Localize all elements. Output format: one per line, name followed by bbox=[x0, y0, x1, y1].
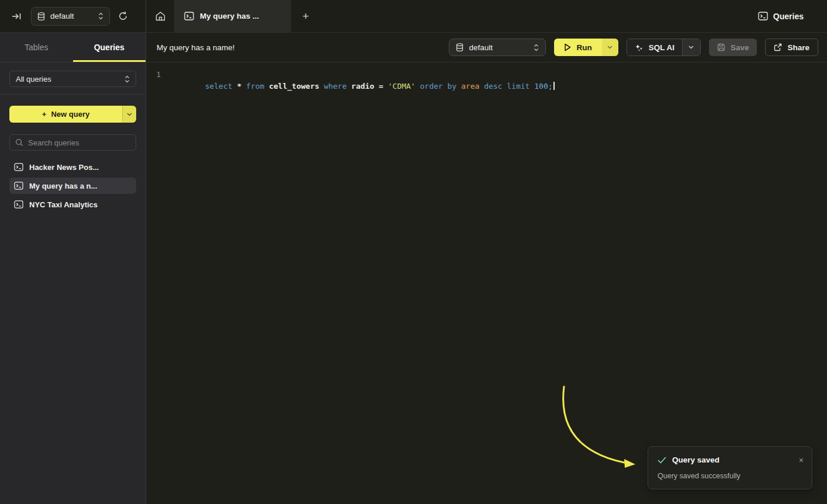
page-title: My query has a name! bbox=[157, 43, 235, 52]
toolbar-database-selector[interactable]: default bbox=[449, 39, 546, 56]
run-button-group: Run bbox=[554, 39, 618, 56]
search-icon bbox=[15, 138, 23, 147]
home-button[interactable] bbox=[146, 0, 174, 32]
sql-token: 'CDMA' bbox=[388, 82, 420, 91]
sidebar-divider bbox=[0, 94, 146, 95]
save-button-label: Save bbox=[731, 43, 749, 52]
run-button-label: Run bbox=[576, 43, 591, 52]
query-filter-value: All queries bbox=[16, 75, 124, 84]
query-terminal-icon bbox=[184, 12, 194, 20]
sidebar: Tables Queries All queries + New query bbox=[0, 33, 146, 504]
share-export-icon bbox=[774, 43, 782, 51]
home-icon bbox=[155, 12, 165, 21]
code-line-content: select * from cell_towers where radio = … bbox=[205, 82, 553, 91]
sparkles-icon bbox=[635, 43, 643, 52]
search-queries-box[interactable] bbox=[9, 134, 136, 151]
toast-query-saved: Query saved × Query saved successfully bbox=[648, 446, 812, 489]
query-list: Hacker News Pos... My query has a n... bbox=[9, 159, 136, 213]
sql-token: = bbox=[379, 82, 388, 91]
sidebar-tabs: Tables Queries bbox=[0, 33, 146, 62]
line-number: 1 bbox=[146, 69, 168, 81]
new-tab-button[interactable]: + bbox=[291, 0, 320, 32]
database-icon bbox=[456, 43, 463, 51]
sql-token: cell_towers bbox=[269, 82, 324, 91]
tab-label: My query has ... bbox=[200, 12, 259, 20]
search-queries-input[interactable] bbox=[28, 138, 130, 147]
sql-token: limit bbox=[507, 82, 534, 91]
play-icon bbox=[564, 43, 571, 51]
sql-token: order bbox=[420, 82, 448, 91]
run-options-dropdown[interactable] bbox=[602, 39, 618, 56]
sql-token: desc bbox=[484, 82, 507, 91]
top-bar-left: default bbox=[0, 0, 146, 32]
new-query-button[interactable]: + New query bbox=[9, 106, 136, 123]
text-cursor bbox=[553, 82, 555, 90]
chevron-down-icon bbox=[607, 46, 613, 49]
chevron-updown-icon bbox=[98, 12, 103, 20]
query-header: My query has a name! default bbox=[146, 33, 827, 62]
queries-indicator[interactable]: Queries bbox=[758, 0, 827, 32]
sql-ai-label: SQL AI bbox=[649, 43, 674, 52]
new-query-label: New query bbox=[51, 110, 89, 119]
sql-token: from bbox=[246, 82, 269, 91]
query-filter-select[interactable]: All queries bbox=[9, 71, 136, 87]
toolbar: default Run bbox=[449, 39, 818, 56]
queries-terminal-icon bbox=[758, 12, 768, 20]
query-terminal-icon bbox=[14, 163, 23, 171]
sql-ai-button-group: SQL AI bbox=[627, 39, 701, 56]
refresh-icon[interactable] bbox=[118, 11, 128, 21]
tab-queries-label: Queries bbox=[94, 43, 124, 52]
check-icon bbox=[658, 457, 666, 464]
database-icon bbox=[37, 12, 45, 20]
sql-ai-dropdown[interactable] bbox=[682, 39, 700, 55]
database-selector[interactable]: default bbox=[31, 7, 110, 26]
tab-strip: My query has ... + Queries bbox=[146, 0, 827, 32]
tab-queries[interactable]: Queries bbox=[73, 33, 146, 62]
share-button-label: Share bbox=[787, 43, 809, 52]
sql-token: area bbox=[461, 82, 484, 91]
tab-tables[interactable]: Tables bbox=[0, 33, 73, 62]
tab-my-query[interactable]: My query has ... bbox=[174, 0, 291, 32]
sql-token: by bbox=[448, 82, 461, 91]
tab-tables-label: Tables bbox=[25, 43, 48, 52]
run-button[interactable]: Run bbox=[554, 39, 601, 56]
plus-icon: + bbox=[302, 10, 309, 23]
toast-close-icon[interactable]: × bbox=[799, 456, 804, 464]
collapse-sidebar-icon[interactable] bbox=[12, 12, 22, 20]
sql-token: * bbox=[237, 82, 246, 91]
sql-token: where bbox=[324, 82, 351, 91]
query-list-item[interactable]: Hacker News Pos... bbox=[9, 159, 136, 175]
query-item-label: Hacker News Pos... bbox=[29, 163, 99, 172]
top-bar: default bbox=[0, 0, 827, 33]
sql-editor[interactable]: 1 select * from cell_towers where radio … bbox=[146, 62, 827, 504]
new-query-main[interactable]: + New query bbox=[9, 106, 122, 123]
new-query-dropdown[interactable] bbox=[122, 106, 136, 123]
save-disk-icon bbox=[717, 43, 725, 51]
sql-token: radio bbox=[351, 82, 379, 91]
chevron-updown-icon bbox=[124, 75, 130, 83]
chevron-down-icon bbox=[688, 46, 694, 49]
query-terminal-icon bbox=[14, 200, 23, 208]
query-list-item[interactable]: My query has a n... bbox=[9, 178, 136, 194]
database-selector-value: default bbox=[50, 12, 93, 20]
query-terminal-icon bbox=[14, 182, 23, 190]
sql-ai-button[interactable]: SQL AI bbox=[627, 39, 682, 55]
sql-token: 100; bbox=[534, 82, 552, 91]
code-line[interactable]: select * from cell_towers where radio = … bbox=[168, 69, 555, 104]
toolbar-database-value: default bbox=[469, 43, 528, 52]
queries-indicator-label: Queries bbox=[773, 12, 804, 21]
chevron-down-icon bbox=[127, 113, 132, 116]
share-button[interactable]: Share bbox=[765, 39, 818, 56]
main-panel: My query has a name! default bbox=[146, 33, 827, 504]
query-list-item[interactable]: NYC Taxi Analytics bbox=[9, 196, 136, 213]
plus-icon: + bbox=[42, 110, 47, 119]
query-item-label: My query has a n... bbox=[29, 182, 97, 190]
chevron-updown-icon bbox=[534, 44, 539, 51]
sql-token: select bbox=[205, 82, 237, 91]
query-item-label: NYC Taxi Analytics bbox=[29, 200, 98, 209]
toast-title: Query saved bbox=[672, 456, 793, 464]
toast-message: Query saved successfully bbox=[658, 472, 804, 480]
save-button[interactable]: Save bbox=[709, 39, 757, 56]
